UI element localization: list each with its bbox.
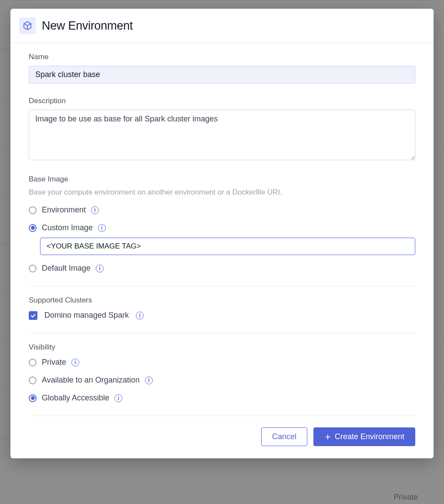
radio-custom-image-control[interactable] [29,224,37,232]
info-icon[interactable]: i [91,206,99,214]
info-icon[interactable]: i [114,394,122,402]
radio-environment-label: Environment [42,205,86,215]
new-environment-modal: New Environment Name Description Image t… [10,9,434,458]
radio-default-image[interactable]: Default Image i [29,264,415,273]
environment-icon [19,17,36,34]
divider [29,286,415,286]
radio-private-control[interactable] [29,359,37,366]
radio-private-label: Private [42,358,66,367]
radio-private[interactable]: Private i [29,358,415,367]
checkbox-spark[interactable]: Domino managed Spark i [29,311,415,320]
radio-environment-control[interactable] [29,206,37,214]
divider [29,333,415,333]
description-textarea[interactable]: Image to be use as base for all Spark cl… [29,110,415,160]
radio-global-label: Globally Accessible [42,393,109,403]
info-icon[interactable]: i [71,359,79,366]
radio-custom-image-label: Custom Image [42,223,93,232]
base-image-sublabel: Base your compute environment on another… [29,188,415,197]
radio-default-image-label: Default Image [42,264,91,273]
description-label: Description [29,97,415,105]
checkbox-spark-label: Domino managed Spark [44,311,129,320]
modal-footer: Cancel Create Environment [29,416,415,446]
checkbox-spark-control[interactable] [29,311,37,320]
info-icon[interactable]: i [136,312,144,319]
radio-org-control[interactable] [29,376,37,384]
radio-global[interactable]: Globally Accessible i [29,393,415,403]
radio-org-label: Available to an Organization [42,376,140,385]
create-environment-label: Create Environment [335,432,404,441]
radio-environment[interactable]: Environment i [29,205,415,215]
name-label: Name [29,53,415,61]
radio-default-image-control[interactable] [29,265,37,272]
info-icon[interactable]: i [96,265,104,272]
info-icon[interactable]: i [98,224,106,232]
plus-icon [324,433,331,440]
radio-org[interactable]: Available to an Organization i [29,376,415,385]
modal-title: New Environment [42,19,133,33]
visibility-label: Visibility [29,343,415,352]
radio-custom-image[interactable]: Custom Image i [29,223,415,232]
supported-clusters-label: Supported Clusters [29,296,415,305]
modal-header: New Environment [10,9,434,43]
radio-global-control[interactable] [29,394,37,402]
cancel-button[interactable]: Cancel [261,427,307,446]
info-icon[interactable]: i [145,376,153,384]
base-image-label: Base Image [29,175,415,184]
create-environment-button[interactable]: Create Environment [313,427,415,446]
name-input[interactable] [29,66,415,84]
custom-image-input[interactable] [40,238,415,255]
